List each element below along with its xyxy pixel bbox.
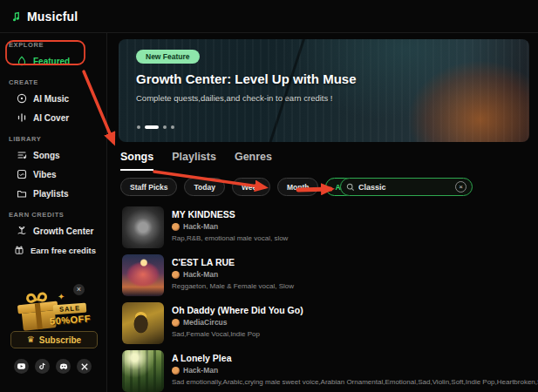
flame-icon	[17, 56, 27, 66]
filter-week[interactable]: Week	[232, 178, 270, 196]
song-title: A Lonely Plea	[172, 353, 231, 363]
sidebar-item-label: Vibes	[33, 170, 57, 179]
sidebar-item-vibes[interactable]: Vibes	[0, 165, 106, 184]
section-label-library: LIBRARY	[9, 135, 106, 143]
equalizer-icon	[17, 112, 27, 123]
hero-subtitle: Complete quests,dailies,and check-in to …	[136, 93, 332, 103]
subscribe-button[interactable]: ♛ Subscribe	[10, 331, 98, 348]
tab-songs[interactable]: Songs	[120, 151, 153, 171]
content-tabs: Songs Playlists Genres	[120, 151, 272, 171]
sidebar-item-earn-free-credits[interactable]: Earn free credits	[0, 240, 106, 260]
song-title: C'EST LA RUE	[172, 257, 235, 267]
gift-icon	[14, 245, 24, 255]
clear-search-icon[interactable]: ×	[455, 181, 466, 193]
sidebar-item-label: Growth Center	[33, 226, 93, 236]
new-feature-badge: New Feature	[136, 50, 200, 64]
song-row[interactable]: Oh Daddy (Where Did You Go) MediaCircus …	[120, 301, 529, 348]
artist-avatar	[172, 271, 180, 279]
song-row[interactable]: C'EST LA RUE Hack-Man Reggaeton, Male & …	[120, 253, 529, 301]
vibes-icon	[17, 169, 27, 179]
filter-month[interactable]: Month	[277, 178, 319, 196]
carousel-dot-active[interactable]	[145, 125, 159, 129]
sidebar-item-label: Earn free credits	[31, 246, 96, 255]
sparkle-icon: ✦	[58, 292, 65, 301]
sidebar-item-label: AI Music	[33, 94, 69, 104]
album-art	[122, 254, 164, 296]
song-list-icon	[17, 150, 27, 160]
carousel-dot[interactable]	[171, 125, 174, 129]
growth-icon	[17, 226, 27, 236]
album-art	[122, 350, 164, 392]
sidebar-item-ai-music[interactable]: AI Music	[0, 89, 106, 108]
song-title: Oh Daddy (Where Did You Go)	[172, 305, 303, 315]
song-tags: Sad emotionally,Arabic,crying male sweet…	[172, 378, 538, 386]
tiktok-icon[interactable]	[35, 359, 50, 374]
musicful-app-window: Musicful EXPLORE Featured CREATE AI Musi…	[0, 0, 538, 392]
album-art	[122, 206, 164, 248]
sidebar-item-label: Playlists	[33, 189, 69, 199]
song-row[interactable]: MY KINDNESS Hack-Man Rap,R&B, emotional …	[120, 205, 529, 253]
album-art	[122, 302, 164, 344]
sidebar-item-growth-center[interactable]: Growth Center	[0, 221, 106, 240]
music-disc-icon	[17, 93, 27, 104]
social-links	[14, 359, 92, 374]
search-input[interactable]	[358, 183, 452, 192]
search-icon	[346, 183, 355, 192]
discord-icon[interactable]	[56, 359, 71, 374]
sidebar-item-label: Songs	[33, 151, 60, 160]
filter-staff-picks[interactable]: Staff Picks	[120, 178, 177, 196]
app-title: Musicful	[27, 10, 78, 24]
artist-avatar	[172, 319, 180, 327]
sidebar-item-label: Featured	[33, 57, 70, 66]
top-bar: Musicful	[0, 0, 538, 33]
x-twitter-icon[interactable]	[77, 359, 92, 374]
playlist-folder-icon	[17, 188, 27, 199]
sidebar: EXPLORE Featured CREATE AI Music AI Cove…	[0, 33, 107, 392]
youtube-icon[interactable]	[14, 359, 29, 374]
tab-genres[interactable]: Genres	[235, 151, 272, 171]
carousel-dot[interactable]	[163, 125, 167, 129]
musicful-logo-icon	[11, 11, 22, 22]
song-list: MY KINDNESS Hack-Man Rap,R&B, emotional …	[120, 205, 529, 392]
section-label-earn-credits: EARN CREDITS	[9, 211, 106, 219]
artist-name: Hack-Man	[183, 366, 218, 375]
sidebar-item-featured[interactable]: Featured	[0, 51, 106, 71]
artist-name: Hack-Man	[183, 222, 218, 231]
crown-icon: ♛	[27, 335, 35, 344]
sidebar-item-songs[interactable]: Songs	[0, 145, 106, 165]
song-tags: Reggaeton, Male & Female vocal, Slow	[172, 282, 294, 290]
subscribe-label: Subscribe	[39, 335, 81, 345]
sidebar-item-playlists[interactable]: Playlists	[0, 184, 106, 203]
close-icon[interactable]: ×	[73, 284, 85, 295]
song-title: MY KINDNESS	[172, 209, 235, 220]
sale-promo-banner[interactable]: × ✦ SALE 50%OFF	[0, 277, 107, 364]
hero-banner[interactable]: New Feature Growth Center: Level Up with…	[119, 39, 529, 142]
section-label-create: CREATE	[9, 78, 106, 86]
song-tags: Rap,R&B, emotional male vocal, slow	[172, 234, 288, 242]
artist-avatar	[172, 367, 180, 375]
artist-name: MediaCircus	[183, 318, 228, 327]
hero-title: Growth Center: Level Up with Muse	[136, 71, 357, 86]
tab-playlists[interactable]: Playlists	[172, 151, 216, 171]
carousel-dots	[137, 125, 174, 129]
sidebar-item-label: AI Cover	[33, 113, 69, 123]
section-label-explore: EXPLORE	[9, 41, 106, 49]
artist-avatar	[172, 223, 180, 231]
filter-today[interactable]: Today	[184, 178, 224, 196]
discount-label: 50%OFF	[50, 313, 92, 326]
song-row[interactable]: A Lonely Plea Hack-Man Sad emotionally,A…	[120, 348, 529, 392]
search-box[interactable]: ×	[340, 178, 473, 196]
sidebar-item-ai-cover[interactable]: AI Cover	[0, 108, 106, 127]
carousel-dot[interactable]	[137, 125, 140, 129]
main-content: New Feature Growth Center: Level Up with…	[107, 33, 538, 392]
song-tags: Sad,Female Vocal,Indie Pop	[172, 330, 260, 338]
artist-name: Hack-Man	[183, 270, 218, 279]
